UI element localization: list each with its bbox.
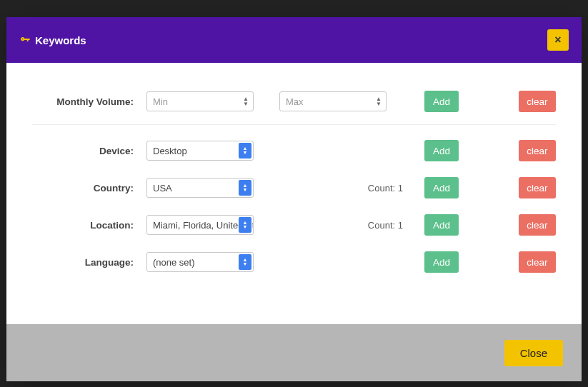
stepper-arrows-icon: ▲▼ [373, 94, 384, 109]
chevron-updown-icon: ▲▼ [239, 254, 251, 270]
row-language: Language: (none set) ▲▼ Add clear [32, 243, 556, 281]
clear-country-button[interactable]: clear [519, 177, 556, 198]
chevron-updown-icon: ▲▼ [239, 143, 251, 159]
label-country: Country: [32, 183, 146, 194]
language-select[interactable]: (none set) ▲▼ [146, 252, 254, 272]
location-select[interactable]: Miami, Florida, United States ▲▼ [146, 215, 254, 235]
device-select-value: Desktop [153, 146, 187, 156]
modal-title: Keywords [19, 34, 86, 46]
controls-monthly-volume: Min ▲▼ Max ▲▼ [146, 91, 424, 111]
controls-country: USA ▲▼ [146, 178, 332, 198]
language-select-value: (none set) [153, 257, 195, 268]
add-location-button[interactable]: Add [424, 214, 459, 236]
modal-overlay: Keywords × Monthly Volume: Min ▲▼ Max ▲▼ [0, 0, 588, 387]
volume-max-placeholder: Max [286, 96, 304, 107]
clear-location-button[interactable]: clear [519, 214, 556, 236]
chevron-updown-icon: ▲▼ [239, 217, 251, 233]
add-language-button[interactable]: Add [424, 251, 459, 273]
chevron-updown-icon: ▲▼ [239, 180, 251, 196]
volume-min-input[interactable]: Min ▲▼ [146, 91, 254, 111]
row-country: Country: USA ▲▼ Count: 1 Add clear [32, 169, 556, 206]
volume-min-placeholder: Min [153, 96, 168, 107]
clear-language-button[interactable]: clear [519, 251, 556, 273]
label-monthly-volume: Monthly Volume: [32, 96, 146, 107]
country-count: Count: 1 [332, 183, 424, 194]
add-device-button[interactable]: Add [424, 140, 459, 161]
key-icon [19, 34, 31, 46]
add-country-button[interactable]: Add [424, 177, 459, 198]
clear-volume-button[interactable]: clear [519, 91, 556, 112]
section-divider [32, 124, 556, 125]
modal-title-text: Keywords [35, 34, 86, 46]
label-language: Language: [32, 257, 146, 268]
stepper-arrows-icon: ▲▼ [240, 94, 251, 109]
close-button[interactable]: Close [504, 340, 563, 366]
device-select[interactable]: Desktop ▲▼ [146, 141, 254, 161]
volume-max-input[interactable]: Max ▲▼ [279, 91, 387, 111]
country-select[interactable]: USA ▲▼ [146, 178, 254, 198]
modal-header: Keywords × [6, 17, 582, 63]
controls-language: (none set) ▲▼ [146, 252, 332, 272]
close-x-button[interactable]: × [547, 29, 569, 51]
keywords-modal: Keywords × Monthly Volume: Min ▲▼ Max ▲▼ [6, 17, 582, 381]
controls-location: Miami, Florida, United States ▲▼ [146, 215, 332, 235]
row-location: Location: Miami, Florida, United States … [32, 206, 556, 243]
country-select-value: USA [153, 183, 172, 194]
row-monthly-volume: Monthly Volume: Min ▲▼ Max ▲▼ Add clear [32, 84, 556, 119]
clear-device-button[interactable]: clear [519, 140, 556, 161]
add-volume-button[interactable]: Add [424, 91, 459, 112]
modal-footer: Close [6, 324, 582, 381]
row-device: Device: Desktop ▲▼ Add clear [32, 132, 556, 169]
label-device: Device: [32, 146, 146, 156]
controls-device: Desktop ▲▼ [146, 141, 332, 161]
location-count: Count: 1 [332, 220, 424, 231]
modal-body: Monthly Volume: Min ▲▼ Max ▲▼ Add clear [6, 63, 582, 324]
label-location: Location: [32, 220, 146, 231]
